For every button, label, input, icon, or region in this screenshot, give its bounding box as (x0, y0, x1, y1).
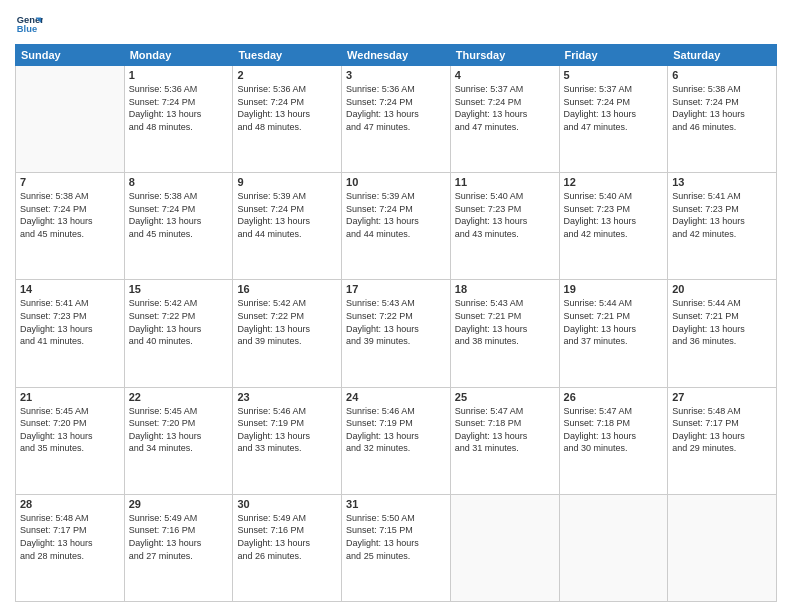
day-info: Sunrise: 5:44 AM Sunset: 7:21 PM Dayligh… (672, 297, 772, 347)
day-info: Sunrise: 5:45 AM Sunset: 7:20 PM Dayligh… (20, 405, 120, 455)
day-cell: 16Sunrise: 5:42 AM Sunset: 7:22 PM Dayli… (233, 280, 342, 387)
day-number: 20 (672, 283, 772, 295)
day-info: Sunrise: 5:37 AM Sunset: 7:24 PM Dayligh… (455, 83, 555, 133)
day-cell: 24Sunrise: 5:46 AM Sunset: 7:19 PM Dayli… (342, 387, 451, 494)
day-info: Sunrise: 5:48 AM Sunset: 7:17 PM Dayligh… (672, 405, 772, 455)
day-number: 6 (672, 69, 772, 81)
day-info: Sunrise: 5:49 AM Sunset: 7:16 PM Dayligh… (237, 512, 337, 562)
day-info: Sunrise: 5:50 AM Sunset: 7:15 PM Dayligh… (346, 512, 446, 562)
day-cell: 6Sunrise: 5:38 AM Sunset: 7:24 PM Daylig… (668, 66, 777, 173)
day-info: Sunrise: 5:36 AM Sunset: 7:24 PM Dayligh… (129, 83, 229, 133)
day-cell: 11Sunrise: 5:40 AM Sunset: 7:23 PM Dayli… (450, 173, 559, 280)
day-cell: 19Sunrise: 5:44 AM Sunset: 7:21 PM Dayli… (559, 280, 668, 387)
day-info: Sunrise: 5:49 AM Sunset: 7:16 PM Dayligh… (129, 512, 229, 562)
calendar-header: SundayMondayTuesdayWednesdayThursdayFrid… (16, 45, 777, 66)
day-cell (450, 494, 559, 601)
day-info: Sunrise: 5:39 AM Sunset: 7:24 PM Dayligh… (237, 190, 337, 240)
day-number: 26 (564, 391, 664, 403)
header-cell-monday: Monday (124, 45, 233, 66)
week-row-3: 14Sunrise: 5:41 AM Sunset: 7:23 PM Dayli… (16, 280, 777, 387)
day-info: Sunrise: 5:48 AM Sunset: 7:17 PM Dayligh… (20, 512, 120, 562)
day-info: Sunrise: 5:38 AM Sunset: 7:24 PM Dayligh… (129, 190, 229, 240)
day-cell: 9Sunrise: 5:39 AM Sunset: 7:24 PM Daylig… (233, 173, 342, 280)
day-cell: 10Sunrise: 5:39 AM Sunset: 7:24 PM Dayli… (342, 173, 451, 280)
day-cell: 14Sunrise: 5:41 AM Sunset: 7:23 PM Dayli… (16, 280, 125, 387)
day-number: 21 (20, 391, 120, 403)
day-info: Sunrise: 5:41 AM Sunset: 7:23 PM Dayligh… (20, 297, 120, 347)
day-info: Sunrise: 5:40 AM Sunset: 7:23 PM Dayligh… (564, 190, 664, 240)
day-number: 25 (455, 391, 555, 403)
day-number: 7 (20, 176, 120, 188)
day-cell: 26Sunrise: 5:47 AM Sunset: 7:18 PM Dayli… (559, 387, 668, 494)
day-number: 30 (237, 498, 337, 510)
day-cell: 8Sunrise: 5:38 AM Sunset: 7:24 PM Daylig… (124, 173, 233, 280)
day-cell: 28Sunrise: 5:48 AM Sunset: 7:17 PM Dayli… (16, 494, 125, 601)
day-cell: 17Sunrise: 5:43 AM Sunset: 7:22 PM Dayli… (342, 280, 451, 387)
calendar-body: 1Sunrise: 5:36 AM Sunset: 7:24 PM Daylig… (16, 66, 777, 602)
day-info: Sunrise: 5:38 AM Sunset: 7:24 PM Dayligh… (20, 190, 120, 240)
day-cell: 31Sunrise: 5:50 AM Sunset: 7:15 PM Dayli… (342, 494, 451, 601)
day-number: 14 (20, 283, 120, 295)
day-number: 29 (129, 498, 229, 510)
header-cell-thursday: Thursday (450, 45, 559, 66)
logo-icon: General Blue (15, 10, 43, 38)
header-row: SundayMondayTuesdayWednesdayThursdayFrid… (16, 45, 777, 66)
header-cell-saturday: Saturday (668, 45, 777, 66)
day-info: Sunrise: 5:43 AM Sunset: 7:21 PM Dayligh… (455, 297, 555, 347)
day-number: 24 (346, 391, 446, 403)
day-number: 12 (564, 176, 664, 188)
day-number: 10 (346, 176, 446, 188)
day-cell: 18Sunrise: 5:43 AM Sunset: 7:21 PM Dayli… (450, 280, 559, 387)
day-cell (16, 66, 125, 173)
day-cell: 12Sunrise: 5:40 AM Sunset: 7:23 PM Dayli… (559, 173, 668, 280)
day-number: 31 (346, 498, 446, 510)
day-cell: 7Sunrise: 5:38 AM Sunset: 7:24 PM Daylig… (16, 173, 125, 280)
day-number: 11 (455, 176, 555, 188)
day-number: 15 (129, 283, 229, 295)
day-cell: 30Sunrise: 5:49 AM Sunset: 7:16 PM Dayli… (233, 494, 342, 601)
day-number: 16 (237, 283, 337, 295)
day-info: Sunrise: 5:40 AM Sunset: 7:23 PM Dayligh… (455, 190, 555, 240)
day-cell: 4Sunrise: 5:37 AM Sunset: 7:24 PM Daylig… (450, 66, 559, 173)
day-cell: 22Sunrise: 5:45 AM Sunset: 7:20 PM Dayli… (124, 387, 233, 494)
day-number: 8 (129, 176, 229, 188)
day-cell: 21Sunrise: 5:45 AM Sunset: 7:20 PM Dayli… (16, 387, 125, 494)
day-info: Sunrise: 5:46 AM Sunset: 7:19 PM Dayligh… (346, 405, 446, 455)
day-info: Sunrise: 5:42 AM Sunset: 7:22 PM Dayligh… (237, 297, 337, 347)
day-number: 1 (129, 69, 229, 81)
day-info: Sunrise: 5:47 AM Sunset: 7:18 PM Dayligh… (564, 405, 664, 455)
day-number: 23 (237, 391, 337, 403)
day-cell: 23Sunrise: 5:46 AM Sunset: 7:19 PM Dayli… (233, 387, 342, 494)
header-cell-tuesday: Tuesday (233, 45, 342, 66)
day-cell (668, 494, 777, 601)
week-row-5: 28Sunrise: 5:48 AM Sunset: 7:17 PM Dayli… (16, 494, 777, 601)
day-cell: 25Sunrise: 5:47 AM Sunset: 7:18 PM Dayli… (450, 387, 559, 494)
day-number: 3 (346, 69, 446, 81)
week-row-1: 1Sunrise: 5:36 AM Sunset: 7:24 PM Daylig… (16, 66, 777, 173)
day-info: Sunrise: 5:39 AM Sunset: 7:24 PM Dayligh… (346, 190, 446, 240)
day-info: Sunrise: 5:38 AM Sunset: 7:24 PM Dayligh… (672, 83, 772, 133)
day-number: 9 (237, 176, 337, 188)
day-info: Sunrise: 5:36 AM Sunset: 7:24 PM Dayligh… (346, 83, 446, 133)
calendar-page: General Blue SundayMondayTuesdayWednesda… (0, 0, 792, 612)
day-number: 22 (129, 391, 229, 403)
day-number: 19 (564, 283, 664, 295)
day-number: 28 (20, 498, 120, 510)
day-number: 5 (564, 69, 664, 81)
day-info: Sunrise: 5:41 AM Sunset: 7:23 PM Dayligh… (672, 190, 772, 240)
day-number: 4 (455, 69, 555, 81)
logo: General Blue (15, 10, 47, 38)
day-cell: 15Sunrise: 5:42 AM Sunset: 7:22 PM Dayli… (124, 280, 233, 387)
day-number: 2 (237, 69, 337, 81)
day-cell: 5Sunrise: 5:37 AM Sunset: 7:24 PM Daylig… (559, 66, 668, 173)
day-cell: 29Sunrise: 5:49 AM Sunset: 7:16 PM Dayli… (124, 494, 233, 601)
day-info: Sunrise: 5:37 AM Sunset: 7:24 PM Dayligh… (564, 83, 664, 133)
day-number: 18 (455, 283, 555, 295)
day-cell: 13Sunrise: 5:41 AM Sunset: 7:23 PM Dayli… (668, 173, 777, 280)
header-cell-friday: Friday (559, 45, 668, 66)
day-cell: 2Sunrise: 5:36 AM Sunset: 7:24 PM Daylig… (233, 66, 342, 173)
day-number: 13 (672, 176, 772, 188)
header: General Blue (15, 10, 777, 38)
week-row-2: 7Sunrise: 5:38 AM Sunset: 7:24 PM Daylig… (16, 173, 777, 280)
calendar-table: SundayMondayTuesdayWednesdayThursdayFrid… (15, 44, 777, 602)
